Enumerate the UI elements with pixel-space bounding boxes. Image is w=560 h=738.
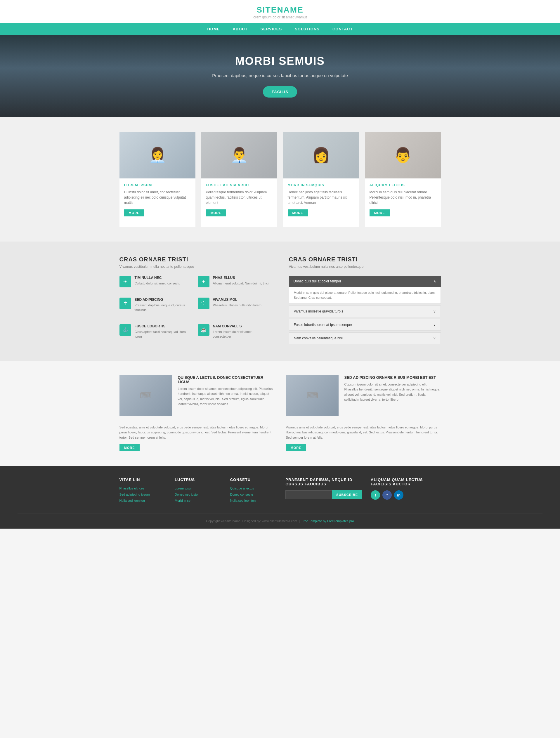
nav-item-home[interactable]: HOME bbox=[201, 23, 226, 35]
nav-item-services[interactable]: SERVICES bbox=[254, 23, 289, 35]
content-row: ⌨ QUISQUE A LECTUS. DONEC CONSECTETUER L… bbox=[119, 375, 441, 416]
footer-link-item[interactable]: Donec nec justo bbox=[175, 493, 198, 496]
footer-col-2-heading: LUCTRUS bbox=[175, 477, 221, 482]
accordion-title-1: Vivamus molestie gravida turpis bbox=[294, 309, 343, 313]
feature-text-5: NAM CONVALLIS Lorem ipsum dolor sit amet… bbox=[213, 324, 271, 346]
features-right: CRAS ORNARE TRISTI Vivamus vestibulum nu… bbox=[289, 256, 441, 346]
card-text-0: Cuibstu dolor sit amet, consectetuer adi… bbox=[124, 190, 191, 205]
cards-grid: 👩‍💼 LOREM IPSUM Cuibstu dolor sit amet, … bbox=[119, 132, 441, 227]
footer-grid: VITAE LIN Phasellus ultricesSed adipisci… bbox=[119, 477, 441, 504]
site-tagline: lorem ipsum dolor sit amet vivamus bbox=[0, 15, 560, 19]
feature-text-4: FUSCE LOBORTIS Class aptent taciti socio… bbox=[135, 324, 193, 346]
card-image-2: 👩 bbox=[283, 132, 359, 178]
twitter-button[interactable]: t bbox=[371, 490, 380, 500]
hero-section: MORBI SEMUIS Praesent dapibus, neque id … bbox=[0, 35, 560, 117]
features-left: CRAS ORNARE TRISTI Vivamus vestibulum nu… bbox=[119, 256, 271, 346]
feature-text-0: TIM NULLA NEC Cuibstu dolor sit amet, co… bbox=[135, 276, 181, 293]
nav-item-about[interactable]: ABOUT bbox=[226, 23, 254, 35]
card-title-2: MORBIIN SEMQUIS bbox=[288, 183, 354, 187]
features-grid: ✈ TIM NULLA NEC Cuibstu dolor sit amet, … bbox=[119, 276, 271, 346]
content-full: Sed egestas, ante et vulputate volutpat,… bbox=[119, 425, 441, 451]
accordion-header-1[interactable]: Vivamus molestie gravida turpis ∨ bbox=[289, 306, 441, 317]
footer-link-item[interactable]: Nulla sed leoniton bbox=[119, 499, 145, 502]
linkedin-button[interactable]: in bbox=[394, 490, 403, 500]
features-inner: CRAS ORNARE TRISTI Vivamus vestibulum nu… bbox=[119, 256, 441, 346]
features-section: CRAS ORNARE TRISTI Vivamus vestibulum nu… bbox=[0, 242, 560, 361]
accordion-body-0: Morbi in sem quis dui placerat ornare. P… bbox=[289, 287, 441, 304]
nav-item-contact[interactable]: CONTACT bbox=[326, 23, 359, 35]
content-full-right: Vivamus ante et vulputate volutpat, eros… bbox=[286, 425, 441, 451]
card-image-3: 👨 bbox=[365, 132, 441, 178]
footer-subscribe-heading: PRAESENT DAPIBUS, NEQUE ID CURSUS FAUCIB… bbox=[285, 477, 362, 486]
content-bottom-right-text: Vivamus ante et vulputate volutpat, eros… bbox=[286, 425, 441, 440]
hero-cta-button[interactable]: FACILIS bbox=[263, 86, 297, 97]
accordion-header-3[interactable]: Nam convallis pellentesque nisl ∨ bbox=[289, 332, 441, 344]
footer-links-2: Lorem ipsumDonec nec justoMorbi in se bbox=[175, 486, 221, 502]
footer-bottom: Copyright website name, Designed by: www… bbox=[18, 513, 542, 523]
content-inner: ⌨ QUISQUE A LECTUS. DONEC CONSECTETUER L… bbox=[119, 375, 441, 451]
footer-col-3: CONSETU Quisque a lectusDonec consecteNu… bbox=[230, 477, 277, 504]
chevron-icon-2: ∨ bbox=[433, 323, 436, 327]
card-more-button-1[interactable]: MORE bbox=[206, 210, 226, 217]
feature-text-3: VIVAMUS MOL Phasellus ultrices nulla nib… bbox=[213, 298, 261, 315]
content-image-2: ⌨ bbox=[286, 375, 339, 416]
nav-item-solutions[interactable]: SOLUTIONS bbox=[288, 23, 326, 35]
accordion-header-2[interactable]: Fusce lobortis lorem at ipsum semper ∨ bbox=[289, 319, 441, 331]
card-more-button-2[interactable]: MORE bbox=[288, 210, 308, 217]
content-text-2: SED ADIPISCING ORNARE RISUS MORBI EST ES… bbox=[344, 375, 441, 416]
subscribe-button[interactable]: SUBSCRIBE bbox=[332, 490, 362, 499]
footer-link-item[interactable]: Lorem ipsum bbox=[175, 486, 193, 490]
site-title: SITENAME bbox=[0, 5, 560, 15]
facebook-button[interactable]: f bbox=[382, 490, 392, 500]
footer-link[interactable]: Free Template by FreeTemplates.pro bbox=[301, 519, 354, 523]
subscribe-input[interactable] bbox=[285, 490, 332, 499]
footer-link-item[interactable]: Sed adipiscing ipsum bbox=[119, 493, 150, 496]
chevron-icon-1: ∨ bbox=[433, 309, 436, 313]
feature-desc-3: Phasellus ultrices nulla nibh lorem bbox=[213, 303, 261, 308]
feature-icon-0: ✈ bbox=[119, 276, 131, 287]
feature-desc-2: Praesent dapibus, neque id, cursus fauci… bbox=[135, 303, 193, 313]
feature-icon-1: ✦ bbox=[198, 276, 210, 287]
feature-title-2: SED ADIPISCING bbox=[135, 298, 193, 302]
feature-item-5: ☕ NAM CONVALLIS Lorem ipsum dolor sit am… bbox=[198, 324, 271, 346]
card-more-button-0[interactable]: MORE bbox=[124, 210, 144, 217]
card-text-1: Pellentesque fermentum dolor. Aliquam qu… bbox=[206, 190, 273, 205]
feature-text-1: PHAS ELLUS Aliquam erat volutpat. Nam du… bbox=[213, 276, 269, 293]
footer-link-item[interactable]: Nulla sed leoniton bbox=[230, 499, 256, 502]
subscribe-row: SUBSCRIBE bbox=[285, 490, 362, 499]
card-0: 👩‍💼 LOREM IPSUM Cuibstu dolor sit amet, … bbox=[119, 132, 196, 227]
feature-desc-1: Aliquam erat volutpat. Nam dui mi, tinci bbox=[213, 281, 269, 286]
card-image-0: 👩‍💼 bbox=[119, 132, 196, 178]
accordion: Donec quis dui at dolor tempor ∧ Morbi i… bbox=[289, 276, 441, 344]
accordion-header-0[interactable]: Donec quis dui at dolor tempor ∧ bbox=[289, 276, 441, 287]
card-title-0: LOREM IPSUM bbox=[124, 183, 191, 187]
footer-links-1: Phasellus ultricesSed adipiscing ipsumNu… bbox=[119, 486, 166, 502]
site-footer: VITAE LIN Phasellus ultricesSed adipisci… bbox=[0, 466, 560, 528]
features-left-heading: CRAS ORNARE TRISTI bbox=[119, 256, 271, 263]
feature-desc-0: Cuibstu dolor sit amet, consectu bbox=[135, 281, 181, 286]
footer-col-1: VITAE LIN Phasellus ultricesSed adipisci… bbox=[119, 477, 166, 504]
footer-link-item[interactable]: Quisque a lectus bbox=[230, 486, 254, 490]
footer-link-item[interactable]: Morbi in se bbox=[175, 499, 191, 502]
feature-text-2: SED ADIPISCING Praesent dapibus, neque i… bbox=[135, 298, 193, 320]
cards-section: 👩‍💼 LOREM IPSUM Cuibstu dolor sit amet, … bbox=[0, 117, 560, 242]
card-text-3: Morbi in sem quis dui placerat ornare. P… bbox=[369, 190, 436, 205]
content-title-2: SED ADIPISCING ORNARE RISUS MORBI EST ES… bbox=[344, 375, 441, 380]
footer-links-3: Quisque a lectusDonec consecteNulla sed … bbox=[230, 486, 277, 502]
feature-item-2: ☂ SED ADIPISCING Praesent dapibus, neque… bbox=[119, 298, 193, 320]
card-title-1: FUSCE LACINIA ARCU bbox=[206, 183, 273, 187]
feature-icon-4: ⚓ bbox=[119, 324, 131, 336]
content-more-button-right[interactable]: MORE bbox=[286, 444, 306, 451]
card-image-1: 👨‍💼 bbox=[201, 132, 277, 178]
footer-link-item[interactable]: Donec consecte bbox=[230, 493, 253, 496]
content-full-left: Sed egestas, ante et vulputate volutpat,… bbox=[119, 425, 274, 451]
feature-title-5: NAM CONVALLIS bbox=[213, 324, 271, 328]
accordion-title-2: Fusce lobortis lorem at ipsum semper bbox=[294, 323, 352, 327]
feature-item-1: ✦ PHAS ELLUS Aliquam erat volutpat. Nam … bbox=[198, 276, 271, 293]
card-title-3: ALIQUAM LECTUS bbox=[369, 183, 436, 187]
footer-link-item[interactable]: Phasellus ultrices bbox=[119, 486, 145, 490]
content-more-button-left[interactable]: MORE bbox=[119, 444, 139, 451]
footer-col-2: LUCTRUS Lorem ipsumDonec nec justoMorbi … bbox=[175, 477, 221, 504]
features-right-subtext: Vivamus vestibulum nulla nec ante pellen… bbox=[289, 265, 441, 269]
card-more-button-3[interactable]: MORE bbox=[369, 210, 390, 217]
